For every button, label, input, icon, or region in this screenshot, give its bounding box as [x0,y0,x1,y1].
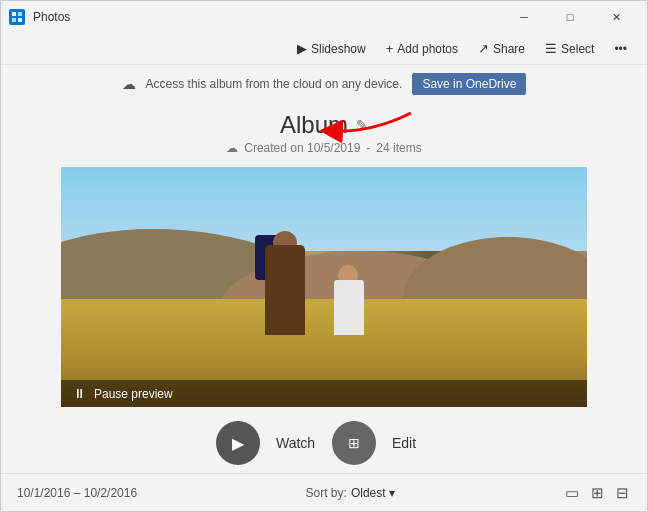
view-icons: ▭ ⊞ ⊟ [563,482,631,504]
maximize-button[interactable]: □ [547,1,593,33]
cloud-banner-text: Access this album from the cloud on any … [146,77,403,91]
slideshow-label: Slideshow [311,42,366,56]
cloud-banner: ☁ Access this album from the cloud on an… [1,65,647,103]
minimize-button[interactable]: ─ [501,1,547,33]
view-grid-button[interactable]: ⊞ [589,482,606,504]
cloud-meta-icon: ☁ [226,141,238,155]
watch-label: Watch [276,435,316,451]
edit-button-circle[interactable]: ⊞ [332,421,376,465]
pause-preview-bar: ⏸ Pause preview [61,380,587,407]
album-title-row: Album ✎ [1,111,647,139]
app-icon [9,9,25,25]
footer: 10/1/2016 – 10/2/2016 Sort by: Oldest ▾ … [1,473,647,512]
figure-person [245,195,325,335]
close-button[interactable]: ✕ [593,1,639,33]
share-label: Share [493,42,525,56]
date-range: 10/1/2016 – 10/2/2016 [17,486,137,500]
select-button[interactable]: ☰ Select [537,37,602,60]
add-icon: + [386,41,394,56]
album-created: Created on 10/5/2019 [244,141,360,155]
svg-rect-2 [12,18,16,22]
edit-label: Edit [392,435,432,451]
add-photos-button[interactable]: + Add photos [378,37,466,60]
slideshow-button[interactable]: ▶ Slideshow [289,37,374,60]
svg-rect-3 [18,18,22,22]
sort-dropdown[interactable]: Oldest ▾ [351,486,395,500]
select-icon: ☰ [545,41,557,56]
view-list-button[interactable]: ▭ [563,482,581,504]
pause-icon[interactable]: ⏸ [73,386,86,401]
view-compact-button[interactable]: ⊟ [614,482,631,504]
select-label: Select [561,42,594,56]
photo-container: ⏸ Pause preview [61,167,587,407]
more-icon: ••• [614,42,627,56]
more-button[interactable]: ••• [606,38,635,60]
chevron-down-icon: ▾ [389,486,395,500]
album-title: Album [280,111,348,139]
pause-text: Pause preview [94,387,173,401]
titlebar: Photos ─ □ ✕ [1,1,647,33]
slideshow-icon: ▶ [297,41,307,56]
titlebar-left: Photos [9,9,70,25]
toolbar: ▶ Slideshow + Add photos ↗ Share ☰ Selec… [1,33,647,65]
cloud-icon: ☁ [122,76,136,92]
album-header: Album ✎ ☁ Created on 10/5/2019 - 24 item… [1,103,647,159]
sort-row: Sort by: Oldest ▾ [306,486,395,500]
figure-body [265,245,305,335]
sort-value: Oldest [351,486,386,500]
edit-icon: ⊞ [348,435,360,451]
meta-separator: - [366,141,370,155]
watch-play-button[interactable]: ▶ [216,421,260,465]
svg-rect-0 [12,12,16,16]
save-onedrive-button[interactable]: Save in OneDrive [412,73,526,95]
add-photos-label: Add photos [397,42,458,56]
app-title: Photos [33,10,70,24]
edit-pencil-icon[interactable]: ✎ [356,117,368,133]
share-icon: ↗ [478,41,489,56]
child-body [334,280,364,335]
view-list-icon: ▭ [565,484,579,501]
svg-rect-1 [18,12,22,16]
play-icon: ▶ [232,434,244,453]
share-button[interactable]: ↗ Share [470,37,533,60]
view-compact-icon: ⊟ [616,484,629,501]
photo-background [61,167,587,407]
action-row: ▶ Watch ⊞ Edit [1,407,647,473]
view-grid-icon: ⊞ [591,484,604,501]
child-figure [324,245,374,335]
window-controls: ─ □ ✕ [501,1,639,33]
album-meta: ☁ Created on 10/5/2019 - 24 items [1,141,647,155]
sort-by-label: Sort by: [306,486,347,500]
album-items: 24 items [376,141,421,155]
